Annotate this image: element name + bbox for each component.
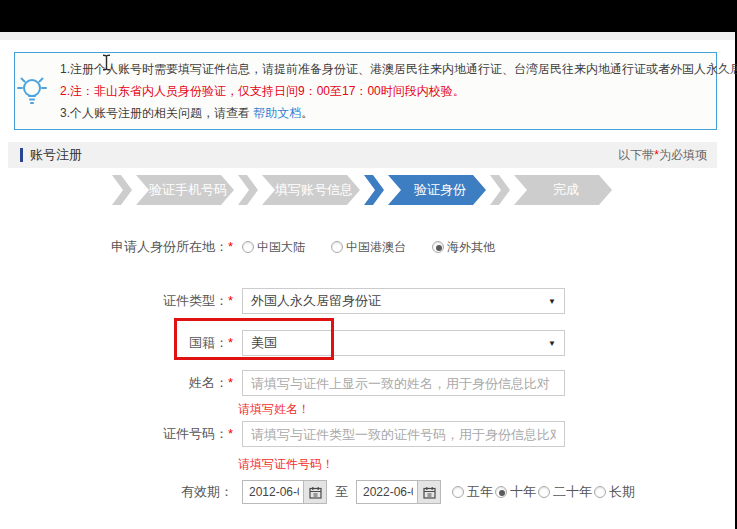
step-chevron-4 bbox=[490, 175, 510, 205]
cert-no-label: 证件号码：* bbox=[0, 425, 233, 443]
step-chevron-3 bbox=[364, 175, 384, 205]
notice-panel: 1.注册个人账号时需要填写证件信息，请提前准备身份证、港澳居民往来内地通行证、台… bbox=[14, 52, 717, 130]
step-verify-phone: 验证手机号码 bbox=[136, 175, 234, 205]
page-title-text: 账号注册 bbox=[30, 146, 82, 164]
radio-twenty-years[interactable]: 二十年 bbox=[538, 483, 592, 501]
cert-no-input[interactable] bbox=[242, 421, 565, 447]
step-verify-identity: 验证身份 bbox=[388, 175, 486, 205]
title-accent-bar bbox=[20, 148, 23, 162]
radio-label: 十年 bbox=[510, 483, 536, 501]
radio-circle bbox=[242, 241, 254, 253]
location-label: 申请人身份所在地：* bbox=[0, 238, 233, 256]
calendar-icon[interactable] bbox=[303, 481, 326, 503]
radio-five-years[interactable]: 五年 bbox=[452, 483, 493, 501]
nationality-select[interactable]: 美国 ▼ bbox=[242, 330, 565, 356]
validity-start-datebox bbox=[242, 480, 327, 504]
cert-no-error: 请填写证件号码！ bbox=[238, 456, 334, 473]
page-title: 账号注册 bbox=[20, 146, 82, 164]
radio-overseas-other[interactable]: 海外其他 bbox=[432, 239, 495, 256]
notice-line-3-text: 3.个人账号注册的相关问题，请查看 bbox=[60, 106, 253, 120]
name-error: 请填写姓名！ bbox=[238, 401, 310, 418]
top-gray-strip bbox=[0, 32, 737, 40]
validity-label: 有效期： bbox=[0, 483, 233, 501]
radio-label: 五年 bbox=[467, 483, 493, 501]
radio-long-term[interactable]: 长期 bbox=[594, 483, 635, 501]
step-account-info: 填写账号信息 bbox=[262, 175, 360, 205]
radio-label: 中国大陆 bbox=[257, 239, 305, 256]
step-chevron-2 bbox=[238, 175, 258, 205]
lightbulb-icon bbox=[15, 73, 49, 109]
cert-type-select[interactable]: 外国人永久居留身份证 ▼ bbox=[242, 288, 565, 314]
radio-hk-macao-taiwan[interactable]: 中国港澳台 bbox=[331, 239, 406, 256]
radio-circle bbox=[432, 241, 444, 253]
row-cert-no: 证件号码：* bbox=[0, 421, 737, 447]
row-cert-type: 证件类型：* 外国人永久居留身份证 ▼ bbox=[0, 288, 737, 314]
text-cursor-ibeam bbox=[101, 54, 112, 75]
chevron-down-icon: ▼ bbox=[548, 297, 556, 306]
step-complete: 完成 bbox=[514, 175, 612, 205]
row-validity: 有效期： 至 bbox=[0, 480, 737, 504]
registration-page: 1.注册个人账号时需要填写证件信息，请提前准备身份证、港澳居民往来内地通行证、台… bbox=[0, 0, 737, 529]
row-nationality: 国籍：* 美国 ▼ bbox=[0, 330, 737, 356]
name-label: 姓名：* bbox=[0, 374, 233, 392]
validity-separator: 至 bbox=[335, 483, 348, 501]
nationality-label: 国籍：* bbox=[0, 334, 233, 352]
step-chevron-1 bbox=[112, 175, 132, 205]
required-note: 以下带*为必填项 bbox=[618, 147, 707, 164]
name-input[interactable] bbox=[242, 370, 565, 396]
radio-circle bbox=[538, 486, 550, 498]
nationality-value: 美国 bbox=[251, 334, 277, 352]
section-header: 账号注册 以下带*为必填项 bbox=[8, 142, 717, 168]
radio-circle bbox=[495, 486, 507, 498]
validity-end-input[interactable] bbox=[357, 481, 417, 503]
radio-label: 中国港澳台 bbox=[346, 239, 406, 256]
radio-label: 二十年 bbox=[553, 483, 592, 501]
radio-ten-years[interactable]: 十年 bbox=[495, 483, 536, 501]
cert-type-value: 外国人永久居留身份证 bbox=[251, 292, 381, 310]
radio-circle bbox=[331, 241, 343, 253]
notice-line-1: 1.注册个人账号时需要填写证件信息，请提前准备身份证、港澳居民往来内地通行证、台… bbox=[60, 58, 737, 80]
radio-circle bbox=[452, 486, 464, 498]
chevron-down-icon: ▼ bbox=[548, 339, 556, 348]
validity-end-datebox bbox=[356, 480, 441, 504]
calendar-icon[interactable] bbox=[417, 481, 440, 503]
notice-line-3: 3.个人账号注册的相关问题，请查看 帮助文档。 bbox=[60, 102, 737, 124]
notice-line-2: 2.注：非山东省内人员身份验证，仅支持日间9：00至17：00时间段内校验。 bbox=[60, 80, 737, 102]
help-doc-link[interactable]: 帮助文档 bbox=[253, 106, 301, 120]
radio-label: 长期 bbox=[609, 483, 635, 501]
notice-line-3-period: 。 bbox=[301, 106, 313, 120]
validity-start-input[interactable] bbox=[243, 481, 303, 503]
progress-stepper: 验证手机号码 填写账号信息 验证身份 完成 bbox=[112, 175, 616, 205]
row-location: 申请人身份所在地：* 中国大陆 中国港澳台 海外其他 bbox=[0, 239, 737, 255]
cert-type-label: 证件类型：* bbox=[0, 292, 233, 310]
radio-circle bbox=[594, 486, 606, 498]
radio-label: 海外其他 bbox=[447, 239, 495, 256]
radio-mainland-china[interactable]: 中国大陆 bbox=[242, 239, 305, 256]
top-black-bar bbox=[0, 0, 737, 32]
row-name: 姓名：* bbox=[0, 370, 737, 396]
